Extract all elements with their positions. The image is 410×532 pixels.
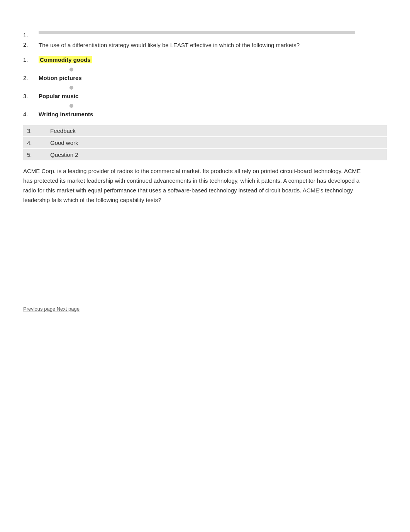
inner-num-4: 4. bbox=[23, 111, 39, 117]
outer-num-1: 1. bbox=[23, 31, 39, 38]
feedback-num-5: 5. bbox=[27, 151, 50, 158]
dot-1 bbox=[69, 68, 73, 71]
feedback-num-3: 3. bbox=[27, 127, 50, 134]
inner-num-3: 3. bbox=[23, 93, 39, 99]
feedback-num-4: 4. bbox=[27, 139, 50, 146]
bottom-navigation-link[interactable]: Previous page Next page bbox=[23, 306, 80, 312]
answer-3[interactable]: Popular music bbox=[39, 93, 78, 99]
outer-num-2: 2. bbox=[23, 41, 39, 48]
answer-4[interactable]: Writing instruments bbox=[39, 111, 93, 117]
dot-2 bbox=[69, 86, 73, 90]
question-2-text: ACME Corp. is a leading provider of radi… bbox=[23, 167, 371, 205]
answer-2-label: Motion pictures bbox=[39, 75, 82, 81]
answer-4-label: Writing instruments bbox=[39, 111, 93, 117]
feedback-label-4: Good work bbox=[50, 139, 78, 146]
question-2-block: ACME Corp. is a leading provider of radi… bbox=[23, 167, 387, 205]
answer-1[interactable]: Commodity goods bbox=[39, 56, 92, 63]
answer-2[interactable]: Motion pictures bbox=[39, 75, 82, 81]
inner-num-1: 1. bbox=[23, 56, 39, 63]
feedback-label-3: Feedback bbox=[50, 127, 76, 134]
inner-num-2: 2. bbox=[23, 75, 39, 81]
question-1-text: The use of a differentiation strategy wo… bbox=[39, 41, 387, 49]
answer-3-label: Popular music bbox=[39, 93, 78, 99]
top-bar bbox=[39, 31, 355, 34]
dot-3 bbox=[69, 104, 73, 108]
feedback-section: 3. Feedback 4. Good work 5. Question 2 bbox=[23, 125, 387, 160]
answer-1-label: Commodity goods bbox=[39, 56, 92, 63]
feedback-label-5: Question 2 bbox=[50, 151, 78, 158]
